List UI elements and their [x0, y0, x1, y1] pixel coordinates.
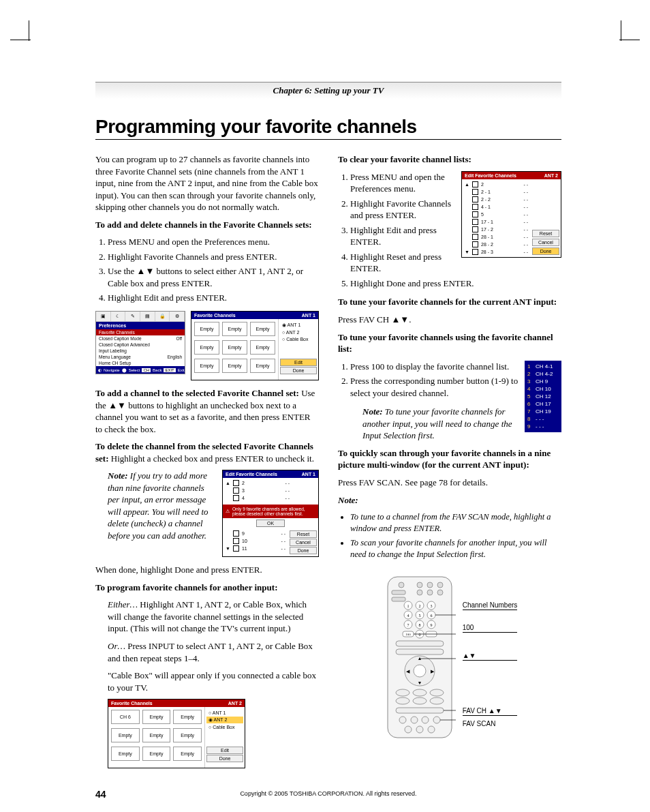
- svg-text:5: 5: [418, 614, 420, 618]
- step-2: Highlight Favorite Channels and press EN…: [108, 251, 319, 263]
- ok-button: OK: [256, 520, 285, 527]
- remote-illustration: 1 2 3 4 5 6 7 8 9 100 0: [338, 567, 561, 747]
- step: Highlight Done and press ENTER.: [350, 277, 561, 290]
- svg-point-41: [396, 689, 409, 696]
- svg-point-54: [428, 726, 435, 733]
- tab-icon: ✎: [125, 312, 140, 321]
- svg-point-3: [427, 582, 433, 588]
- svg-text:2: 2: [418, 604, 420, 608]
- pref-item: Home CH Setup: [96, 360, 185, 366]
- svg-text:7: 7: [407, 623, 409, 627]
- osd-edit-favorite-ant1: Edit Favorite ChannelsANT 1 ▲2- - 3- - 4…: [222, 470, 319, 557]
- svg-point-50: [422, 717, 429, 723]
- steps-add-delete: Press MENU and open the Preferences menu…: [95, 236, 319, 304]
- up-down-icon: ▲▼: [108, 400, 126, 410]
- osd-favorite-channels-ant2: Favorite ChannelsANT 2 CH 6EmptyEmpty Em…: [108, 699, 245, 768]
- intro-text: You can program up to 27 channels as fav…: [95, 153, 319, 213]
- svg-point-6: [417, 590, 422, 595]
- svg-rect-9: [392, 597, 405, 601]
- svg-text:9: 9: [430, 623, 432, 627]
- svg-text:6: 6: [430, 614, 432, 618]
- tab-icon: ▣: [96, 312, 111, 321]
- svg-point-36: [414, 665, 426, 677]
- svg-point-8: [437, 590, 443, 595]
- title-rule: [95, 139, 561, 140]
- heading-tune-list: To tune your favorite channels using the…: [338, 331, 561, 355]
- label-updown: ▲▼: [463, 652, 518, 661]
- osd-edit-favorite-ant2: Edit Favorite ChannelsANT 2 ▲2- - 2 - 1-…: [461, 171, 561, 258]
- pref-item: Input Labeling: [96, 348, 185, 354]
- svg-rect-47: [396, 708, 444, 713]
- left-column: You can program up to 27 channels as fav…: [95, 153, 319, 768]
- pref-favorite-channels: Favorite Channels: [96, 329, 185, 335]
- warning-icon: ⚠: [226, 509, 230, 514]
- svg-rect-33: [396, 641, 444, 646]
- svg-text:1: 1: [407, 604, 409, 608]
- para-scan: Press FAV SCAN. See page 78 for details.: [338, 477, 561, 489]
- tab-icon: ☾: [111, 312, 126, 321]
- svg-rect-34: [396, 649, 444, 655]
- heading-scan: To quickly scan through your favorite ch…: [338, 447, 561, 471]
- label-favch: FAV CH ▲▼: [463, 707, 518, 716]
- chapter-header: Chapter 6: Setting up your TV: [95, 82, 561, 99]
- copyright: Copyright © 2005 TOSHIBA CORPORATION. Al…: [95, 790, 561, 797]
- heading-clear: To clear your favorite channel lists:: [338, 153, 561, 166]
- right-column: To clear your favorite channel lists: Ed…: [338, 153, 561, 768]
- svg-text:0: 0: [418, 633, 420, 637]
- up-down-icon: ▲▼: [137, 266, 155, 276]
- svg-text:8: 8: [418, 623, 420, 627]
- svg-point-46: [430, 697, 444, 704]
- para-add-channel: To add a channel to the selected Favorit…: [95, 387, 319, 435]
- remote-svg: 1 2 3 4 5 6 7 8 9 100 0: [382, 567, 457, 747]
- heading-add-delete: To add and delete channels in the Favori…: [95, 219, 319, 231]
- svg-point-51: [433, 717, 440, 723]
- svg-text:▼: ▼: [417, 680, 422, 686]
- svg-rect-5: [392, 590, 405, 595]
- para-cable-note: "Cable Box" will appear only if you conn…: [108, 670, 319, 693]
- pref-header: Preferences: [96, 322, 185, 329]
- svg-point-44: [396, 697, 409, 704]
- para-favch: Press FAV CH ▲▼.: [338, 314, 561, 326]
- step-1: Press MENU and open the Preferences menu…: [108, 236, 319, 248]
- pref-footer: ◐Navigate ⬤Select CHBack EXITExit: [96, 366, 185, 374]
- svg-point-45: [413, 697, 427, 704]
- svg-point-1: [399, 582, 404, 588]
- note-bullets: To tune to a channel from the FAV SCAN m…: [350, 511, 561, 560]
- svg-point-52: [405, 726, 412, 733]
- svg-point-43: [430, 689, 444, 696]
- svg-point-48: [399, 717, 406, 723]
- heading-another-input: To program favorite channels for another…: [95, 582, 319, 594]
- svg-point-42: [413, 689, 427, 696]
- svg-point-2: [417, 582, 422, 588]
- svg-text:3: 3: [430, 604, 432, 608]
- heading-tune-current: To tune your favorite channels for the c…: [338, 296, 561, 308]
- svg-text:4: 4: [407, 614, 409, 618]
- bullet: To tune to a channel from the FAV SCAN m…: [350, 511, 561, 535]
- para-or: Or… Press INPUT to select ANT 1, ANT 2, …: [108, 640, 319, 664]
- para-done: When done, highlight Done and press ENTE…: [95, 564, 319, 576]
- osd-favorite-list: 1CH 4-1 2CH 4-2 3CH 9 4CH 10 5CH 12 6CH …: [525, 361, 561, 432]
- svg-point-53: [416, 726, 423, 733]
- page-number: 44: [95, 789, 106, 800]
- svg-point-49: [411, 717, 418, 723]
- label-100: 100: [463, 624, 518, 633]
- osd-favorite-channels-ant1: Favorite ChannelsANT 1 EmptyEmptyEmpty E…: [191, 311, 319, 380]
- para-either: Either… Highlight ANT 1, ANT 2, or Cable…: [108, 599, 319, 635]
- tab-icon: ⚙: [170, 312, 185, 321]
- remote-labels: Channel Numbers 100 ▲▼ FAV CH ▲▼ FAV SCA…: [463, 567, 518, 747]
- up-down-icon: ▲▼: [391, 314, 409, 325]
- svg-text:100: 100: [405, 633, 411, 636]
- label-favscan: FAV SCAN: [463, 720, 518, 728]
- note-header: Note:: [338, 494, 561, 507]
- bullet: To scan your favorite channels for anoth…: [350, 537, 561, 560]
- step-4: Highlight Edit and press ENTER.: [108, 292, 319, 304]
- para-delete-channel: To delete the channel from the selected …: [95, 440, 319, 464]
- tab-icon: ▤: [140, 312, 155, 321]
- note-max-channels: Note: If you try to add more than nine f…: [108, 470, 217, 541]
- tab-icon: 🔒: [155, 312, 170, 321]
- svg-point-4: [437, 582, 443, 588]
- label-channel-numbers: Channel Numbers: [463, 601, 518, 610]
- pref-item: Menu LanguageEnglish: [96, 354, 185, 360]
- pref-item: Closed Caption ModeOff: [96, 335, 185, 342]
- step-3: Use the ▲▼ buttons to select either ANT …: [108, 265, 319, 289]
